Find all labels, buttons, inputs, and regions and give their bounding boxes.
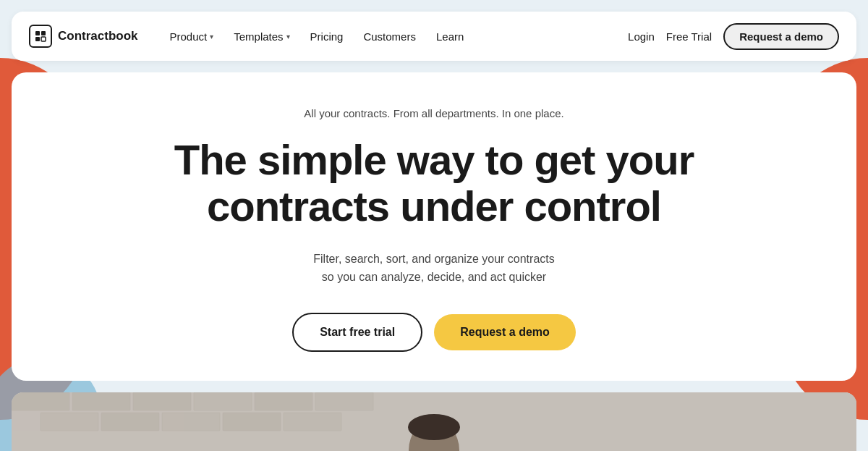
hero-title-line1: The simple way to get your xyxy=(174,136,694,183)
hero-image-section xyxy=(12,392,856,451)
logo-icon xyxy=(29,25,52,48)
logo[interactable]: Contractbook xyxy=(29,25,138,48)
nav-links: Product ▾ Templates ▾ Pricing Customers … xyxy=(161,25,473,49)
navbar: Contractbook Product ▾ Templates ▾ Prici… xyxy=(12,12,856,61)
svg-rect-14 xyxy=(223,413,281,431)
svg-point-21 xyxy=(408,414,460,440)
hero-title: The simple way to get your contracts und… xyxy=(41,137,827,229)
product-chevron-icon: ▾ xyxy=(210,33,213,41)
svg-rect-10 xyxy=(315,392,373,410)
nav-templates-label: Templates xyxy=(234,30,283,43)
navbar-left: Contractbook Product ▾ Templates ▾ Prici… xyxy=(29,25,472,49)
hero-request-demo-button[interactable]: Request a demo xyxy=(434,314,576,350)
hero-title-line2: contracts under control xyxy=(207,182,661,229)
start-trial-button[interactable]: Start free trial xyxy=(292,313,422,352)
free-trial-link[interactable]: Free Trial xyxy=(666,30,712,43)
svg-rect-9 xyxy=(255,392,312,410)
login-link[interactable]: Login xyxy=(628,30,655,43)
hero-buttons: Start free trial Request a demo xyxy=(41,313,827,352)
nav-item-pricing[interactable]: Pricing xyxy=(302,25,352,49)
nav-item-templates[interactable]: Templates ▾ xyxy=(225,25,298,49)
svg-rect-5 xyxy=(12,392,69,410)
background-illustration xyxy=(12,392,856,451)
hero-image xyxy=(12,392,856,451)
nav-product-label: Product xyxy=(170,30,208,43)
nav-customers-label: Customers xyxy=(363,30,416,43)
nav-item-product[interactable]: Product ▾ xyxy=(161,25,223,49)
nav-pricing-label: Pricing xyxy=(310,30,344,43)
nav-item-customers[interactable]: Customers xyxy=(354,25,425,49)
svg-rect-1 xyxy=(41,31,46,35)
hero-section: All your contracts. From all departments… xyxy=(12,72,856,381)
nav-learn-label: Learn xyxy=(436,30,464,43)
hero-description: Filter, search, sort, and organize your … xyxy=(41,250,827,287)
hero-subtitle: All your contracts. From all departments… xyxy=(41,107,827,119)
hero-desc-line1: Filter, search, sort, and organize your … xyxy=(313,253,554,265)
svg-rect-0 xyxy=(35,31,40,35)
hero-desc-line2: so you can analyze, decide, and act quic… xyxy=(322,271,546,283)
svg-rect-6 xyxy=(72,392,130,410)
svg-rect-13 xyxy=(162,413,220,431)
request-demo-button[interactable]: Request a demo xyxy=(723,23,839,50)
svg-rect-11 xyxy=(41,413,98,431)
svg-rect-3 xyxy=(41,37,46,41)
svg-rect-15 xyxy=(284,413,341,431)
svg-rect-7 xyxy=(133,392,191,410)
logo-text: Contractbook xyxy=(58,29,138,43)
svg-rect-12 xyxy=(101,413,159,431)
svg-rect-8 xyxy=(194,392,252,410)
templates-chevron-icon: ▾ xyxy=(286,33,290,41)
svg-rect-2 xyxy=(35,37,40,41)
nav-item-learn[interactable]: Learn xyxy=(427,25,472,49)
navbar-right: Login Free Trial Request a demo xyxy=(628,23,839,50)
